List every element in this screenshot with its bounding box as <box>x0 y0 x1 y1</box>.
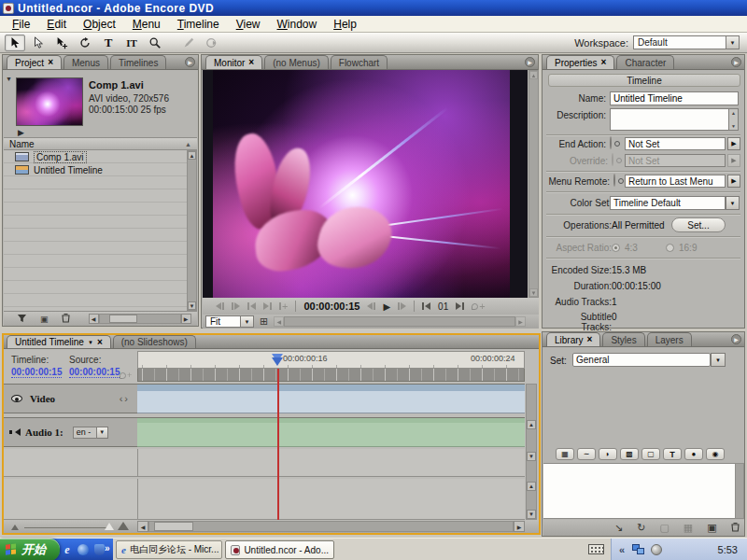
override-pickwhip-icon[interactable] <box>612 153 613 166</box>
filter-funnel-icon[interactable] <box>17 314 27 325</box>
menu-object[interactable]: Object <box>75 17 124 32</box>
selection-tool-icon[interactable] <box>5 35 25 51</box>
menu-edit[interactable]: Edit <box>38 17 75 32</box>
operations-set-button[interactable]: Set... <box>671 217 726 232</box>
close-icon[interactable]: × <box>587 335 593 344</box>
filter-backgrounds-icon[interactable]: ▩ <box>620 448 639 460</box>
tab-library[interactable]: Library × <box>546 332 600 346</box>
scroll-right-icon[interactable]: ▶ <box>515 316 526 327</box>
scroll-left-icon[interactable]: ◀ <box>89 314 99 324</box>
chapter-nav-icons[interactable]: ‹› <box>120 393 137 404</box>
timeline-ruler[interactable]: 00:00:00:16 00:00:00:24 <box>137 351 525 369</box>
filter-shapes-icon[interactable]: ● <box>684 448 703 460</box>
tab-monitor[interactable]: Monitor × <box>205 55 262 69</box>
quick-launch-icon-2[interactable] <box>76 542 91 557</box>
text-tool-icon[interactable]: T <box>98 35 119 51</box>
scroll-up-icon[interactable]: ▲ <box>527 482 536 491</box>
color-set-select[interactable]: Timeline Default <box>610 196 726 210</box>
chevron-down-icon[interactable]: ▼ <box>241 315 254 328</box>
audio-track-header[interactable]: Audio 1: en - ▼ <box>4 417 137 447</box>
previous-scene-icon[interactable] <box>216 302 224 310</box>
override-menu-icon[interactable]: ▶ <box>727 154 740 167</box>
add-chapter-icon[interactable]: + <box>472 301 485 312</box>
monitor-timecode[interactable]: 00:00:00:15 <box>303 301 359 312</box>
collapse-tray-icon[interactable]: « <box>619 544 625 555</box>
filter-buttons-icon[interactable]: ∼ <box>577 448 596 460</box>
filter-replacement-icon[interactable]: ◉ <box>706 448 725 460</box>
new-menu-icon[interactable]: ▢ <box>659 522 669 534</box>
new-item-icon[interactable]: ▣ <box>707 522 716 534</box>
zoom-slider-track[interactable] <box>24 527 110 528</box>
workspace-select[interactable]: Default <box>633 35 726 49</box>
tab-styles[interactable]: Styles <box>602 332 644 346</box>
scroll-down-icon[interactable]: ▼ <box>527 510 536 519</box>
chevron-down-icon[interactable]: ▼ <box>88 340 93 345</box>
play-icon[interactable]: ▶ <box>383 301 390 312</box>
scroll-down-icon[interactable]: ▼ <box>529 288 538 297</box>
filter-menus-icon[interactable]: ▦ <box>556 448 574 460</box>
vertical-text-tool-icon[interactable]: IT <box>121 35 142 51</box>
spin-up-icon[interactable]: ▲ <box>731 110 736 116</box>
aspect-169-radio[interactable] <box>666 244 674 252</box>
list-item-untitled-timeline[interactable]: Untitled Timeline <box>4 163 187 176</box>
zoom-out-icon[interactable] <box>11 525 19 530</box>
collapse-triangle-icon[interactable]: ▼ <box>6 76 12 82</box>
zoom-tool-icon[interactable] <box>145 35 165 51</box>
step-back-icon[interactable] <box>367 302 375 310</box>
next-chapter-icon[interactable]: › <box>124 393 130 404</box>
clock-tray-icon[interactable] <box>651 544 662 555</box>
step-forward-icon[interactable] <box>398 302 406 310</box>
project-vertical-scrollbar[interactable]: ▲ ▼ <box>187 150 197 311</box>
scroll-down-icon[interactable]: ▼ <box>188 301 196 310</box>
scroll-up-icon[interactable]: ▲ <box>188 151 196 160</box>
trim-in-icon[interactable] <box>247 302 256 310</box>
panel-menu-icon[interactable]: ▶ <box>731 57 741 67</box>
project-horizontal-scrollbar[interactable] <box>99 314 181 324</box>
close-icon[interactable]: × <box>601 58 607 67</box>
end-action-pickwhip-icon[interactable] <box>610 136 612 149</box>
monitor-vertical-scrollbar[interactable]: ▲ ▼ <box>529 70 539 298</box>
add-chapter-icon[interactable]: + <box>120 371 132 380</box>
internet-explorer-icon[interactable]: e <box>60 542 75 557</box>
menu-view[interactable]: View <box>228 17 269 32</box>
scroll-left-icon[interactable]: ◀ <box>137 521 148 532</box>
trim-out-icon[interactable] <box>263 302 272 310</box>
scroll-right-icon[interactable]: ▶ <box>181 314 191 324</box>
move-tool-icon[interactable] <box>51 35 72 51</box>
tab-layers[interactable]: Layers <box>647 332 692 346</box>
input-method-keyboard-icon[interactable] <box>588 544 604 554</box>
panel-menu-icon[interactable]: ▶ <box>185 57 195 67</box>
filter-text-icon[interactable]: T <box>663 448 682 460</box>
timeline-horizontal-scrollbar[interactable] <box>148 521 514 532</box>
menu-help[interactable]: Help <box>325 17 365 32</box>
timeline-vertical-scrollbar[interactable]: ▲ ▼ ▲ ▼ <box>526 384 537 520</box>
edit-menu-tool-icon[interactable] <box>178 35 199 51</box>
monitor-horizontal-scrollbar[interactable] <box>284 316 515 327</box>
video-track-header[interactable]: Video ‹› <box>4 384 137 413</box>
filter-images-icon[interactable]: ◗ <box>599 448 617 460</box>
video-track[interactable] <box>137 384 525 413</box>
new-button-icon[interactable]: ▦ <box>684 522 693 534</box>
sort-up-icon[interactable]: ▲ <box>185 141 191 147</box>
menu-timeline[interactable]: Timeline <box>169 17 228 32</box>
audio-language-select[interactable]: en - <box>73 427 97 439</box>
chevron-down-icon[interactable]: ▼ <box>97 427 108 439</box>
scrollbar-thumb[interactable] <box>154 522 193 531</box>
preview-play-icon[interactable]: ▶ <box>18 128 24 137</box>
menu-remote-field[interactable]: Return to Last Menu <box>625 175 726 188</box>
tab-timelines[interactable]: Timelines <box>110 55 166 69</box>
replace-item-icon[interactable]: ↻ <box>637 522 645 534</box>
chevron-down-icon[interactable]: ▼ <box>711 353 726 367</box>
next-scene-icon[interactable] <box>232 302 240 310</box>
name-field[interactable] <box>610 91 739 105</box>
timeline-ruler-ticks[interactable] <box>137 369 525 382</box>
taskbar-item-encore[interactable]: Untitled.ncor - Ado... <box>225 540 334 559</box>
taskbar-item-browser[interactable]: e 电白同乡论坛 - Micr... <box>116 540 222 559</box>
spin-down-icon[interactable]: ▼ <box>731 123 736 129</box>
tab-properties[interactable]: Properties × <box>546 55 614 69</box>
scroll-up-icon[interactable]: ▲ <box>527 420 536 429</box>
zoom-slider-thumb[interactable] <box>105 523 114 530</box>
close-icon[interactable]: × <box>97 338 103 347</box>
playhead-line[interactable] <box>277 369 279 520</box>
tab-no-menus[interactable]: (no Menus) <box>264 55 329 69</box>
